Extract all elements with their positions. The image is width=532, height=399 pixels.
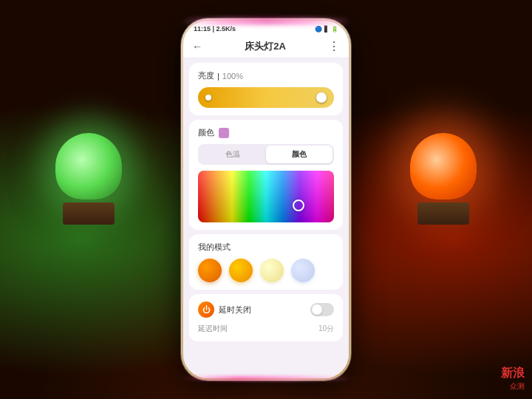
pink-glow-top <box>181 18 351 24</box>
mode-circles-row <box>198 259 334 282</box>
color-label: 颜色 <box>198 127 214 138</box>
status-time: 11:15 | 2.5K/s <box>194 25 236 33</box>
brightness-separator: | <box>217 72 219 81</box>
phone-container: 11:15 | 2.5K/s 🔵 ▋ 🔋 ← 床头灯2A ⋮ <box>181 18 351 381</box>
lamp-right <box>399 133 488 236</box>
delay-footer-value: 10分 <box>318 324 334 334</box>
mode-circle-4[interactable] <box>291 259 315 282</box>
brightness-value: 100% <box>222 72 243 81</box>
top-bar: ← 床头灯2A ⋮ <box>183 35 349 58</box>
color-picker-cursor <box>293 200 304 211</box>
brightness-section: 亮度 | 100% <box>189 63 343 115</box>
color-picker[interactable] <box>198 171 334 222</box>
delay-icon: ⏻ <box>198 301 214 318</box>
tab-color[interactable]: 颜色 <box>266 146 332 163</box>
tab-color-temp-label: 色温 <box>225 150 240 158</box>
status-icons: 🔵 ▋ 🔋 <box>315 26 338 33</box>
mode-circle-3[interactable] <box>260 259 284 282</box>
watermark-line1: 新浪 <box>501 366 525 381</box>
page-title: 床头灯2A <box>245 40 286 53</box>
lamp-left-body <box>55 133 122 200</box>
tab-color-label: 颜色 <box>292 150 307 158</box>
brightness-label-row: 亮度 | 100% <box>198 70 334 81</box>
slider-thumb-right <box>316 92 327 103</box>
color-swatch <box>219 128 229 138</box>
menu-button[interactable]: ⋮ <box>328 39 340 53</box>
delay-toggle[interactable] <box>310 303 334 316</box>
brightness-slider[interactable] <box>198 87 334 108</box>
delay-section: ⏻ 延时关闭 延迟时间 10分 <box>189 294 343 341</box>
delay-footer: 延迟时间 10分 <box>198 324 334 334</box>
color-header: 颜色 <box>198 127 334 138</box>
delay-footer-label: 延迟时间 <box>198 324 228 334</box>
tab-color-temp[interactable]: 色温 <box>200 146 266 163</box>
back-button[interactable]: ← <box>192 41 202 52</box>
modes-title: 我的模式 <box>198 242 334 253</box>
pink-glow-bottom <box>181 376 351 381</box>
watermark: 新浪 众测 <box>501 366 525 392</box>
delay-header: ⏻ 延时关闭 <box>198 301 334 318</box>
lamp-left-base <box>63 202 115 225</box>
mode-circle-1[interactable] <box>198 259 222 282</box>
phone-frame: 11:15 | 2.5K/s 🔵 ▋ 🔋 ← 床头灯2A ⋮ <box>181 18 351 381</box>
brightness-label: 亮度 <box>198 70 214 81</box>
bluetooth-icon: 🔵 <box>315 26 322 33</box>
lamp-right-base <box>417 202 469 225</box>
time-text: 11:15 <box>194 25 211 33</box>
slider-thumb-left <box>205 95 211 100</box>
signal-icon: ▋ <box>324 26 329 33</box>
phone-screen: 11:15 | 2.5K/s 🔵 ▋ 🔋 ← 床头灯2A ⋮ <box>183 21 349 378</box>
delay-title: 延时关闭 <box>219 304 251 316</box>
delay-left: ⏻ 延时关闭 <box>198 301 251 318</box>
scroll-content[interactable]: 亮度 | 100% 颜色 <box>183 58 349 378</box>
color-tabs[interactable]: 色温 颜色 <box>198 144 334 165</box>
modes-section: 我的模式 <box>189 234 343 290</box>
toggle-thumb <box>312 304 322 315</box>
watermark-line2: 众测 <box>510 381 525 392</box>
network-speed: 2.5K/s <box>216 25 236 33</box>
color-section: 颜色 色温 颜色 <box>189 120 343 230</box>
lamp-left <box>44 133 133 236</box>
mode-circle-2[interactable] <box>229 259 253 282</box>
battery-icon: 🔋 <box>331 26 338 33</box>
lamp-right-body <box>410 133 477 200</box>
